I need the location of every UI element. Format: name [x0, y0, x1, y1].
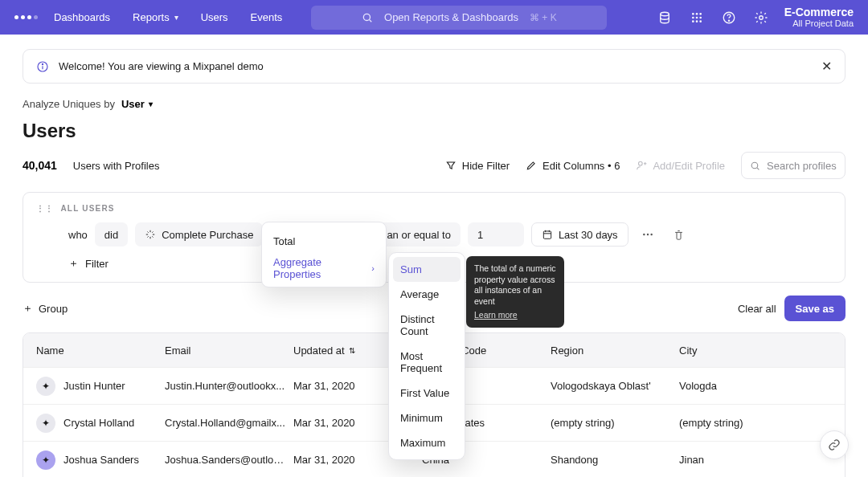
brand-logo[interactable] — [14, 15, 38, 19]
all-users-tag: ⋮⋮ ALL USERS — [36, 204, 832, 213]
cell-email: Justin.Hunter@outlookx... — [165, 380, 293, 392]
submenu-item-minimum[interactable]: Minimum — [393, 406, 461, 430]
nav-reports[interactable]: Reports▾ — [133, 11, 178, 23]
search-kbd: ⌘ + K — [530, 12, 557, 23]
th-email[interactable]: Email — [165, 344, 293, 357]
submenu-item-first-value[interactable]: First Value — [393, 381, 461, 406]
trash-icon[interactable] — [667, 222, 691, 247]
avatar: ✦ — [36, 414, 55, 433]
chevron-down-icon: ▾ — [149, 100, 153, 108]
nav-events[interactable]: Events — [251, 11, 283, 23]
submenu-item-most-frequent[interactable]: Most Frequent — [393, 344, 461, 381]
nav-dashboards[interactable]: Dashboards — [54, 11, 110, 23]
svg-point-10 — [695, 20, 698, 22]
aggregate-submenu: SumAverageDistinct CountMost FrequentFir… — [388, 252, 465, 460]
aggregation-dropdown: Total Aggregate Properties › — [261, 222, 387, 287]
th-region[interactable]: Region — [551, 344, 679, 357]
banner-text: Welcome! You are viewing a Mixpanel demo — [59, 60, 812, 72]
tooltip-text: The total of a numeric property value ac… — [474, 263, 556, 306]
gear-icon[interactable] — [754, 10, 768, 25]
sort-icon: ⇅ — [349, 346, 355, 355]
event-chip[interactable]: Complete Purchase — [135, 222, 263, 247]
cell-name: Joshua Sanders — [63, 454, 139, 466]
help-icon[interactable] — [722, 10, 736, 25]
svg-point-11 — [699, 20, 702, 22]
did-chip[interactable]: did — [95, 222, 128, 247]
chevron-right-icon: › — [371, 263, 375, 273]
cell-city: (empty string) — [679, 417, 808, 429]
link-icon — [828, 438, 841, 451]
filter-who-label: who — [68, 229, 88, 241]
sparkle-icon — [145, 229, 156, 240]
dropdown-item-total[interactable]: Total — [262, 227, 386, 255]
cell-name: Crystal Holland — [63, 417, 134, 429]
org-switcher[interactable]: E-Commerce All Project Data — [784, 6, 854, 30]
info-icon — [36, 60, 49, 73]
calendar-icon — [542, 229, 553, 240]
submenu-item-maximum[interactable]: Maximum — [393, 430, 461, 455]
svg-rect-21 — [543, 231, 551, 238]
plus-icon: ＋ — [68, 256, 79, 271]
svg-point-3 — [692, 13, 694, 15]
user-plus-icon — [636, 160, 647, 171]
database-icon[interactable] — [657, 10, 672, 25]
page-title: Users — [23, 120, 845, 142]
th-city[interactable]: City — [679, 344, 808, 357]
chevron-down-icon: ▾ — [174, 13, 178, 22]
svg-point-5 — [699, 13, 702, 15]
edit-columns-button[interactable]: Edit Columns • 6 — [526, 160, 620, 172]
user-count-label: Users with Profiles — [73, 160, 160, 172]
save-as-button[interactable]: Save as — [784, 296, 845, 321]
svg-point-2 — [660, 12, 669, 16]
search-icon — [750, 161, 760, 171]
svg-point-4 — [695, 13, 698, 15]
svg-line-20 — [757, 167, 759, 169]
submenu-item-sum[interactable]: Sum — [393, 257, 461, 282]
toolbar: 40,041 Users with Profiles Hide Filter E… — [23, 152, 845, 179]
apps-grid-icon[interactable] — [690, 10, 704, 25]
analyze-prefix: Analyze Uniques by — [23, 98, 115, 110]
svg-point-17 — [42, 63, 43, 64]
svg-point-24 — [650, 234, 652, 235]
analyze-row: Analyze Uniques by User ▾ — [23, 98, 845, 110]
global-search[interactable]: Open Reports & Dashboards ⌘ + K — [311, 6, 607, 30]
pencil-icon — [526, 160, 537, 171]
add-edit-profile-button[interactable]: Add/Edit Profile — [636, 160, 725, 172]
more-icon[interactable] — [636, 222, 660, 247]
learn-more-link[interactable]: Learn more — [474, 310, 518, 321]
cell-region: Shandong — [551, 454, 679, 466]
cell-region: Vologodskaya Oblast' — [551, 380, 679, 392]
top-nav: Dashboards Reports▾ Users Events Open Re… — [0, 0, 868, 35]
svg-point-14 — [759, 15, 763, 19]
svg-line-1 — [370, 19, 372, 22]
svg-point-19 — [751, 162, 758, 169]
link-fab[interactable] — [820, 430, 849, 459]
submenu-item-distinct-count[interactable]: Distinct Count — [393, 307, 461, 344]
cell-city: Jinan — [679, 454, 808, 466]
cell-city: Vologda — [679, 380, 808, 392]
group-button[interactable]: ＋ Group — [23, 301, 68, 316]
svg-point-23 — [646, 234, 648, 235]
analyze-selector[interactable]: User ▾ — [121, 98, 153, 110]
search-placeholder: Open Reports & Dashboards — [384, 11, 518, 23]
cell-name: Justin Hunter — [63, 380, 125, 392]
search-profiles-input[interactable]: Search profiles — [741, 152, 845, 179]
svg-point-0 — [363, 14, 370, 20]
th-name[interactable]: Name — [36, 344, 165, 357]
filter-icon — [445, 160, 457, 171]
sum-tooltip: The total of a numeric property value ac… — [466, 256, 564, 328]
plus-icon: ＋ — [23, 301, 33, 316]
clear-all-button[interactable]: Clear all — [738, 303, 776, 315]
svg-point-9 — [692, 20, 694, 22]
date-range-chip[interactable]: Last 30 days — [531, 222, 628, 247]
value-input[interactable]: 1 — [468, 222, 524, 247]
nav-users[interactable]: Users — [201, 11, 228, 23]
svg-point-22 — [643, 234, 645, 235]
submenu-item-average[interactable]: Average — [393, 282, 461, 307]
hide-filter-button[interactable]: Hide Filter — [445, 160, 510, 172]
search-profiles-placeholder: Search profiles — [767, 160, 837, 172]
dropdown-item-aggregate-properties[interactable]: Aggregate Properties › — [262, 255, 386, 282]
svg-point-8 — [699, 16, 702, 18]
close-icon[interactable]: ✕ — [821, 59, 832, 74]
svg-point-7 — [695, 16, 698, 18]
